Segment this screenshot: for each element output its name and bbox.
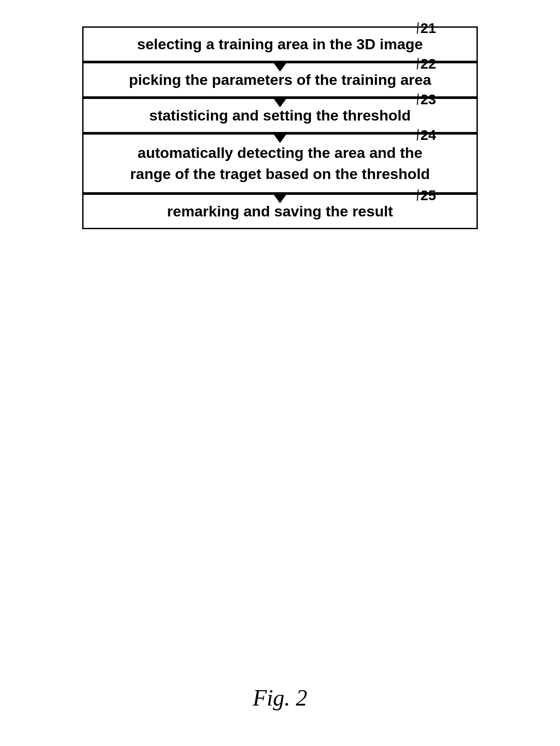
step-text-24: automatically detecting the area and the… [130,143,430,184]
diagram-container: / 21 selecting a training area in the 3D… [35,26,525,229]
step-number-24: / 24 [416,127,436,143]
step-row-21: / 21 selecting a training area in the 3D… [35,26,525,62]
arrow-head-1 [273,62,287,72]
arrow-head-4 [273,194,287,203]
step-number-22: / 22 [416,56,436,72]
arrow-head-3 [273,133,287,143]
step-text-22: picking the parameters of the training a… [129,71,431,88]
step-number-21: / 21 [416,20,436,37]
arrow-head-2 [273,98,287,107]
step-text-23: statisticing and setting the threshold [149,107,411,124]
figure-label: Fig. 2 [253,685,307,711]
step-text-25: remarking and saving the result [167,203,393,220]
step-number-23: / 23 [416,91,436,108]
step-number-25: / 25 [416,187,436,204]
step-text-21: selecting a training area in the 3D imag… [137,36,423,53]
